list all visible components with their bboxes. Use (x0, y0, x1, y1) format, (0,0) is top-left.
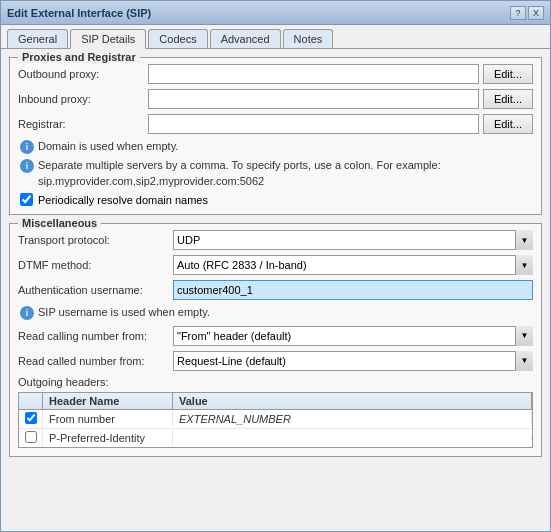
read-calling-row: Read calling number from: "From" header … (18, 326, 533, 346)
read-called-select-wrapper: Request-Line (default) To header Both ▼ (173, 351, 533, 371)
title-bar-buttons: ? X (510, 6, 544, 20)
dtmf-label: DTMF method: (18, 259, 173, 271)
info-row-2: i Separate multiple servers by a comma. … (18, 158, 533, 189)
proxies-registrar-group: Proxies and Registrar Outbound proxy: Ed… (9, 57, 542, 215)
table-header: Header Name Value (19, 393, 532, 410)
col-value-header: Value (173, 393, 532, 409)
row1-value-cell: EXTERNAL_NUMBER (173, 411, 532, 427)
miscellaneous-label: Miscellaneous (18, 217, 101, 229)
info-row-1: i Domain is used when empty. (18, 139, 533, 154)
resolve-checkbox-row: Periodically resolve domain names (18, 193, 533, 206)
registrar-row: Registrar: Edit... (18, 114, 533, 134)
table-row: P-Preferred-Identity (19, 429, 532, 447)
row1-checkbox[interactable] (25, 412, 37, 424)
main-window: Edit External Interface (SIP) ? X Genera… (0, 0, 551, 532)
inbound-proxy-row: Inbound proxy: Edit... (18, 89, 533, 109)
row1-checkbox-cell (19, 410, 43, 428)
read-calling-select-wrapper: "From" header (default) PAI header Both … (173, 326, 533, 346)
auth-info-text: SIP username is used when empty. (38, 305, 210, 320)
inbound-proxy-edit-button[interactable]: Edit... (483, 89, 533, 109)
info-text-1: Domain is used when empty. (38, 139, 178, 154)
auth-info-icon: i (20, 306, 34, 320)
outgoing-headers-table: Header Name Value From number EXTERNAL_N… (18, 392, 533, 448)
registrar-edit-button[interactable]: Edit... (483, 114, 533, 134)
registrar-input[interactable] (148, 114, 479, 134)
row2-checkbox[interactable] (25, 431, 37, 443)
transport-select[interactable]: UDP TCP TLS (173, 230, 533, 250)
auth-username-input[interactable] (173, 280, 533, 300)
registrar-label: Registrar: (18, 118, 148, 130)
col-header-name-header: Header Name (43, 393, 173, 409)
outbound-proxy-input[interactable] (148, 64, 479, 84)
title-bar: Edit External Interface (SIP) ? X (1, 1, 550, 25)
dtmf-row: DTMF method: Auto (RFC 2833 / In-band) R… (18, 255, 533, 275)
row2-name-cell: P-Preferred-Identity (43, 430, 173, 446)
row2-value-cell (173, 436, 532, 440)
outbound-proxy-edit-button[interactable]: Edit... (483, 64, 533, 84)
transport-row: Transport protocol: UDP TCP TLS ▼ (18, 230, 533, 250)
resolve-checkbox[interactable] (20, 193, 33, 206)
outbound-proxy-label: Outbound proxy: (18, 68, 148, 80)
window-title: Edit External Interface (SIP) (7, 7, 151, 19)
inbound-proxy-label: Inbound proxy: (18, 93, 148, 105)
read-called-label: Read called number from: (18, 355, 173, 367)
tab-advanced[interactable]: Advanced (210, 29, 281, 48)
row2-checkbox-cell (19, 429, 43, 447)
close-button[interactable]: X (528, 6, 544, 20)
read-called-select[interactable]: Request-Line (default) To header Both (173, 351, 533, 371)
transport-label: Transport protocol: (18, 234, 173, 246)
outbound-proxy-row: Outbound proxy: Edit... (18, 64, 533, 84)
auth-username-row: Authentication username: (18, 280, 533, 300)
resolve-label: Periodically resolve domain names (38, 194, 208, 206)
read-calling-select[interactable]: "From" header (default) PAI header Both (173, 326, 533, 346)
help-button[interactable]: ? (510, 6, 526, 20)
info-icon-1: i (20, 140, 34, 154)
auth-username-label: Authentication username: (18, 284, 173, 296)
dtmf-select-wrapper: Auto (RFC 2833 / In-band) RFC 2833 In-ba… (173, 255, 533, 275)
dtmf-select[interactable]: Auto (RFC 2833 / In-band) RFC 2833 In-ba… (173, 255, 533, 275)
read-called-row: Read called number from: Request-Line (d… (18, 351, 533, 371)
inbound-proxy-input[interactable] (148, 89, 479, 109)
info-text-2: Separate multiple servers by a comma. To… (38, 158, 533, 189)
auth-info-row: i SIP username is used when empty. (18, 305, 533, 320)
row1-name-cell: From number (43, 411, 173, 427)
tab-codecs[interactable]: Codecs (148, 29, 207, 48)
col-checkbox-header (19, 393, 43, 409)
miscellaneous-group: Miscellaneous Transport protocol: UDP TC… (9, 223, 542, 456)
content-area: Proxies and Registrar Outbound proxy: Ed… (1, 49, 550, 531)
tab-general[interactable]: General (7, 29, 68, 48)
info-icon-2: i (20, 159, 34, 173)
tab-sip-details[interactable]: SIP Details (70, 29, 146, 49)
outgoing-headers-label: Outgoing headers: (18, 376, 533, 388)
transport-select-wrapper: UDP TCP TLS ▼ (173, 230, 533, 250)
tab-bar: General SIP Details Codecs Advanced Note… (1, 25, 550, 49)
table-row: From number EXTERNAL_NUMBER (19, 410, 532, 429)
tab-notes[interactable]: Notes (283, 29, 334, 48)
proxies-registrar-label: Proxies and Registrar (18, 51, 140, 63)
read-calling-label: Read calling number from: (18, 330, 173, 342)
